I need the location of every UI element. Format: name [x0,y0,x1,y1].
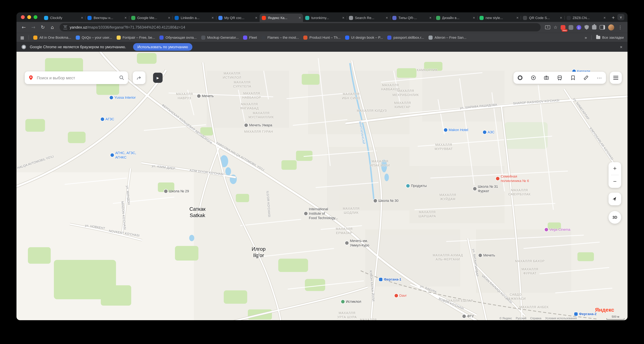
map-label[interactable]: МАХАЛЛЯ БАХОР [515,259,545,263]
panoramas-icon[interactable] [528,72,539,83]
photos-camera-icon[interactable] [541,72,552,83]
map-label[interactable]: Фергана-2 [574,312,596,316]
tab-search-button[interactable]: ∨ [618,14,624,20]
map-label[interactable]: МАХАЛЛЯФУРКАТ [522,267,538,275]
ruler-icon[interactable] [580,72,592,83]
map-label[interactable]: ул. МИНДОН [125,186,131,205]
tab-close-icon[interactable]: × [168,16,170,20]
map-label[interactable]: МАХАЛЛЯУРТА ШУРА [337,311,357,319]
map-label[interactable]: МАХАЛЛЯКИМЕГАР [394,101,411,109]
all-bookmarks-button[interactable]: Все закладки [596,36,624,39]
map-label[interactable]: FARG'ONA HALQA AVTOMOBIL YO'LI [216,141,265,172]
map-label[interactable]: ФГУ [462,314,474,319]
tab[interactable]: Дизайн в... × [434,14,477,22]
map-label[interactable]: АЗС [483,130,494,134]
map-label[interactable]: Продукты [406,184,426,188]
map-label[interactable]: МАХАЛЛЯЯНГИАБАД [240,102,258,110]
map-label[interactable]: Истиклол [341,300,361,304]
bookmark-item[interactable]: Flames – the most... [261,35,299,40]
map-label[interactable]: ФЕРГАНСКАЯ КОЛЬЦЕВАЯ АВТОДОРОГА [161,103,213,145]
map-label[interactable]: ул. БАБУРА [420,284,437,294]
map-label[interactable]: ул. ВАТАНПАРВАР [472,249,479,277]
map-label[interactable]: МАРГИЛАНСАЙ [358,121,366,144]
tab-close-icon[interactable]: × [516,16,519,20]
more-tools-icon[interactable]: ⋯ [594,72,605,83]
extensions-puzzle-icon[interactable] [592,25,596,30]
map-label[interactable]: Мечеть [478,253,495,258]
copyright-text[interactable]: © Яндекс [500,317,512,320]
traffic-icon[interactable] [514,72,526,83]
map-label[interactable]: МАХАЛЛЯСАВУРБУЛАК [508,188,531,196]
map-label[interactable]: МАХАЛЛЯИПАК ЙУЛИ [370,159,390,167]
map-label[interactable]: АГЗС [100,117,114,121]
tab[interactable]: turonkimy... × [303,14,347,22]
address-bar[interactable]: yandex.uz/maps/10336/fergana/?ll=71.7563… [60,23,541,31]
tab[interactable]: Google Me... × [129,14,172,22]
tab-close-icon[interactable]: × [299,16,301,20]
minimize-window-button[interactable] [27,15,31,19]
bookmark-star-icon[interactable]: ☆ [554,25,558,30]
map-label[interactable]: МАХАЛЛЯНАВБАХОР [242,92,261,99]
map-label[interactable]: МАХАЛЛЯ ЮЛДУЗ [357,109,387,113]
map-label[interactable]: ул. КИМЕГАРЛАР [572,97,590,121]
map-label[interactable]: МАХАЛЛЯНАВРУЗ [176,92,193,100]
tab-close-icon[interactable]: × [429,16,432,20]
map-viewport[interactable]: МАХАЛЛЯНАВРУЗ МАХАЛЛЯИСТИКЛОЛ МАХАЛЛЯСУР… [16,52,628,320]
tab[interactable]: Типы QR-... × [390,14,434,22]
map-label[interactable]: Vega Cinema [545,228,570,232]
bookmark-item[interactable]: QoQo – your user... [76,35,112,40]
map-label[interactable]: МАХАЛЛЯ-АХМАДАЛЬ-ФЕРГАНИ [433,253,463,261]
map-label[interactable]: Фергана-1 [379,277,402,282]
bookmark-item[interactable]: All in One Bookma... [34,35,71,40]
install-icon[interactable] [545,25,550,29]
tab[interactable]: Clockify × [42,14,86,22]
map-label[interactable]: Мечеть [197,94,214,98]
tab[interactable]: new style... × [477,14,521,22]
map-label[interactable]: MINDON KO'CHASI [120,201,126,230]
yandex-logo[interactable]: Яндекс [595,307,614,313]
map-label[interactable]: КУКОН ХАЛКА ЙУЛИ [369,270,376,301]
tab[interactable]: Search Re... × [346,14,390,22]
map-label[interactable]: МАХАЛЛЯ [360,318,377,320]
map-menu-button[interactable] [610,72,622,84]
tab[interactable]: Векторы н... × [86,14,129,22]
map-label[interactable]: МАХАЛЛЯЕРМАЗАР [336,227,352,235]
map-label[interactable]: Мечеть Умара [244,123,272,128]
tab-close-icon[interactable]: × [212,16,214,20]
map-label[interactable]: Школа № 30 [374,199,398,203]
bookmark-item[interactable]: Обучающая онла... [160,35,197,40]
threed-view-button[interactable]: 3D [608,211,621,224]
tab-close-icon[interactable]: × [386,16,388,20]
close-window-button[interactable] [21,15,25,19]
map-label[interactable]: МАХАЛЛЯШОДЛИК [343,207,360,215]
map-label[interactable]: Школа № 29 [164,189,189,194]
extension-icon[interactable] [568,25,573,30]
map-label[interactable]: Davr [394,293,406,298]
map-label[interactable]: ул. АЗИМ ДИЕР [152,164,176,170]
map-label[interactable]: МАХАЛЛЯ ГУРАН [244,130,273,134]
map-label[interactable]: ИлгорIlg'or [252,246,266,259]
zoom-in-button[interactable]: + [608,162,621,175]
extension-icon[interactable]: New [561,25,566,30]
tab-close-icon[interactable]: × [342,16,344,20]
browser-menu-icon[interactable]: ⋮ [618,25,623,30]
tab[interactable]: Linkedin a... × [172,14,216,22]
map-label[interactable]: МАХАЛЛЯСУРХТЕПА [233,80,251,88]
tab-close-icon[interactable]: × [560,16,562,20]
new-tab-button[interactable]: + [609,14,618,22]
map-label[interactable]: МАХАЛЛЯИСТИКЛОЛ [223,72,241,80]
back-button[interactable]: ← [20,23,28,31]
download-extension-icon[interactable]: ↓ [576,25,581,30]
bookmark-item[interactable]: UI design book – P... [345,35,383,40]
bookmark-item[interactable]: Fleet [243,35,257,40]
forward-button[interactable]: → [29,23,38,31]
map-label[interactable]: Школа № 31Фуркат [473,185,498,193]
map-label[interactable]: КАМКОРЛИК [417,68,438,72]
map-label[interactable]: МАХАЛЛЯМУСТАКИЛЛИК [248,111,274,119]
bookmarks-overflow-button[interactable]: » [584,35,587,40]
tab[interactable]: My QR coc... × [216,14,260,22]
home-button[interactable]: ⌂ [48,23,56,31]
map-label[interactable]: Семейнаяполиклиника № 6 [496,175,529,183]
bookmark-item[interactable]: Aileron – Free San... [428,35,466,40]
bookmark-item[interactable]: Product Hunt – Th... [304,35,341,40]
